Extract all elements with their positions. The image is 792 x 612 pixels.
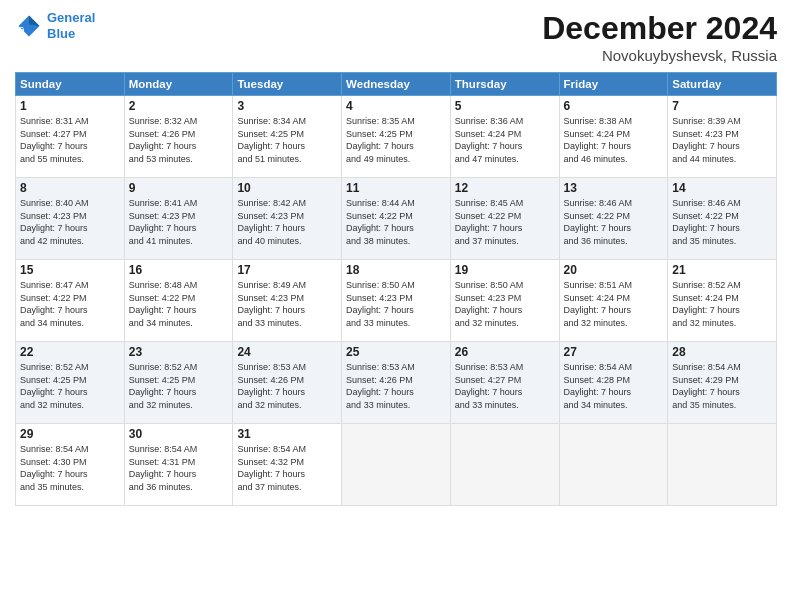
calendar-table: SundayMondayTuesdayWednesdayThursdayFrid…	[15, 72, 777, 506]
cal-cell: 27Sunrise: 8:54 AM Sunset: 4:28 PM Dayli…	[559, 342, 668, 424]
day-info: Sunrise: 8:41 AM Sunset: 4:23 PM Dayligh…	[129, 197, 229, 247]
cal-cell	[450, 424, 559, 506]
cal-cell: 19Sunrise: 8:50 AM Sunset: 4:23 PM Dayli…	[450, 260, 559, 342]
header-tuesday: Tuesday	[233, 73, 342, 96]
day-info: Sunrise: 8:50 AM Sunset: 4:23 PM Dayligh…	[455, 279, 555, 329]
day-info: Sunrise: 8:54 AM Sunset: 4:32 PM Dayligh…	[237, 443, 337, 493]
cal-cell: 2Sunrise: 8:32 AM Sunset: 4:26 PM Daylig…	[124, 96, 233, 178]
day-info: Sunrise: 8:31 AM Sunset: 4:27 PM Dayligh…	[20, 115, 120, 165]
cal-cell	[668, 424, 777, 506]
day-number: 4	[346, 99, 446, 113]
day-info: Sunrise: 8:48 AM Sunset: 4:22 PM Dayligh…	[129, 279, 229, 329]
day-info: Sunrise: 8:52 AM Sunset: 4:25 PM Dayligh…	[129, 361, 229, 411]
cal-cell: 9Sunrise: 8:41 AM Sunset: 4:23 PM Daylig…	[124, 178, 233, 260]
day-info: Sunrise: 8:52 AM Sunset: 4:24 PM Dayligh…	[672, 279, 772, 329]
logo-text: General Blue	[47, 10, 95, 41]
cal-cell	[559, 424, 668, 506]
cal-cell: 21Sunrise: 8:52 AM Sunset: 4:24 PM Dayli…	[668, 260, 777, 342]
week-row-3: 22Sunrise: 8:52 AM Sunset: 4:25 PM Dayli…	[16, 342, 777, 424]
cal-cell: 3Sunrise: 8:34 AM Sunset: 4:25 PM Daylig…	[233, 96, 342, 178]
cal-cell: 23Sunrise: 8:52 AM Sunset: 4:25 PM Dayli…	[124, 342, 233, 424]
day-number: 30	[129, 427, 229, 441]
day-number: 16	[129, 263, 229, 277]
cal-cell: 22Sunrise: 8:52 AM Sunset: 4:25 PM Dayli…	[16, 342, 125, 424]
header-wednesday: Wednesday	[342, 73, 451, 96]
day-info: Sunrise: 8:52 AM Sunset: 4:25 PM Dayligh…	[20, 361, 120, 411]
day-number: 5	[455, 99, 555, 113]
day-info: Sunrise: 8:45 AM Sunset: 4:22 PM Dayligh…	[455, 197, 555, 247]
day-info: Sunrise: 8:34 AM Sunset: 4:25 PM Dayligh…	[237, 115, 337, 165]
location: Novokuybyshevsk, Russia	[542, 47, 777, 64]
day-info: Sunrise: 8:53 AM Sunset: 4:26 PM Dayligh…	[237, 361, 337, 411]
day-number: 28	[672, 345, 772, 359]
day-number: 25	[346, 345, 446, 359]
cal-cell: 24Sunrise: 8:53 AM Sunset: 4:26 PM Dayli…	[233, 342, 342, 424]
day-number: 31	[237, 427, 337, 441]
day-info: Sunrise: 8:54 AM Sunset: 4:31 PM Dayligh…	[129, 443, 229, 493]
cal-cell: 26Sunrise: 8:53 AM Sunset: 4:27 PM Dayli…	[450, 342, 559, 424]
day-info: Sunrise: 8:54 AM Sunset: 4:30 PM Dayligh…	[20, 443, 120, 493]
day-number: 20	[564, 263, 664, 277]
day-info: Sunrise: 8:32 AM Sunset: 4:26 PM Dayligh…	[129, 115, 229, 165]
day-number: 18	[346, 263, 446, 277]
cal-cell: 28Sunrise: 8:54 AM Sunset: 4:29 PM Dayli…	[668, 342, 777, 424]
day-number: 27	[564, 345, 664, 359]
cal-cell: 16Sunrise: 8:48 AM Sunset: 4:22 PM Dayli…	[124, 260, 233, 342]
svg-marker-1	[29, 15, 40, 26]
day-info: Sunrise: 8:51 AM Sunset: 4:24 PM Dayligh…	[564, 279, 664, 329]
day-info: Sunrise: 8:53 AM Sunset: 4:27 PM Dayligh…	[455, 361, 555, 411]
day-info: Sunrise: 8:47 AM Sunset: 4:22 PM Dayligh…	[20, 279, 120, 329]
day-number: 13	[564, 181, 664, 195]
day-number: 14	[672, 181, 772, 195]
day-number: 12	[455, 181, 555, 195]
week-row-0: 1Sunrise: 8:31 AM Sunset: 4:27 PM Daylig…	[16, 96, 777, 178]
cal-cell: 31Sunrise: 8:54 AM Sunset: 4:32 PM Dayli…	[233, 424, 342, 506]
day-number: 3	[237, 99, 337, 113]
header-monday: Monday	[124, 73, 233, 96]
cal-cell: 18Sunrise: 8:50 AM Sunset: 4:23 PM Dayli…	[342, 260, 451, 342]
cal-cell: 8Sunrise: 8:40 AM Sunset: 4:23 PM Daylig…	[16, 178, 125, 260]
day-info: Sunrise: 8:53 AM Sunset: 4:26 PM Dayligh…	[346, 361, 446, 411]
day-info: Sunrise: 8:46 AM Sunset: 4:22 PM Dayligh…	[564, 197, 664, 247]
day-info: Sunrise: 8:36 AM Sunset: 4:24 PM Dayligh…	[455, 115, 555, 165]
day-number: 7	[672, 99, 772, 113]
cal-cell	[342, 424, 451, 506]
header-friday: Friday	[559, 73, 668, 96]
day-number: 17	[237, 263, 337, 277]
day-number: 24	[237, 345, 337, 359]
header-saturday: Saturday	[668, 73, 777, 96]
page-container: G General Blue December 2024 Novokuybysh…	[0, 0, 792, 516]
day-number: 29	[20, 427, 120, 441]
month-title: December 2024	[542, 10, 777, 47]
day-number: 2	[129, 99, 229, 113]
day-number: 22	[20, 345, 120, 359]
day-number: 6	[564, 99, 664, 113]
logo-icon: G	[15, 12, 43, 40]
day-number: 1	[20, 99, 120, 113]
svg-text:G: G	[19, 24, 25, 33]
logo-line2: Blue	[47, 26, 75, 41]
header-thursday: Thursday	[450, 73, 559, 96]
logo: G General Blue	[15, 10, 95, 41]
day-number: 11	[346, 181, 446, 195]
cal-cell: 10Sunrise: 8:42 AM Sunset: 4:23 PM Dayli…	[233, 178, 342, 260]
day-info: Sunrise: 8:39 AM Sunset: 4:23 PM Dayligh…	[672, 115, 772, 165]
week-row-4: 29Sunrise: 8:54 AM Sunset: 4:30 PM Dayli…	[16, 424, 777, 506]
day-info: Sunrise: 8:44 AM Sunset: 4:22 PM Dayligh…	[346, 197, 446, 247]
day-number: 8	[20, 181, 120, 195]
cal-cell: 5Sunrise: 8:36 AM Sunset: 4:24 PM Daylig…	[450, 96, 559, 178]
cal-cell: 25Sunrise: 8:53 AM Sunset: 4:26 PM Dayli…	[342, 342, 451, 424]
cal-cell: 20Sunrise: 8:51 AM Sunset: 4:24 PM Dayli…	[559, 260, 668, 342]
day-number: 23	[129, 345, 229, 359]
title-block: December 2024 Novokuybyshevsk, Russia	[542, 10, 777, 64]
week-row-1: 8Sunrise: 8:40 AM Sunset: 4:23 PM Daylig…	[16, 178, 777, 260]
page-header: G General Blue December 2024 Novokuybysh…	[15, 10, 777, 64]
cal-cell: 1Sunrise: 8:31 AM Sunset: 4:27 PM Daylig…	[16, 96, 125, 178]
header-sunday: Sunday	[16, 73, 125, 96]
cal-cell: 13Sunrise: 8:46 AM Sunset: 4:22 PM Dayli…	[559, 178, 668, 260]
cal-cell: 29Sunrise: 8:54 AM Sunset: 4:30 PM Dayli…	[16, 424, 125, 506]
day-info: Sunrise: 8:50 AM Sunset: 4:23 PM Dayligh…	[346, 279, 446, 329]
cal-cell: 14Sunrise: 8:46 AM Sunset: 4:22 PM Dayli…	[668, 178, 777, 260]
cal-cell: 6Sunrise: 8:38 AM Sunset: 4:24 PM Daylig…	[559, 96, 668, 178]
day-number: 21	[672, 263, 772, 277]
